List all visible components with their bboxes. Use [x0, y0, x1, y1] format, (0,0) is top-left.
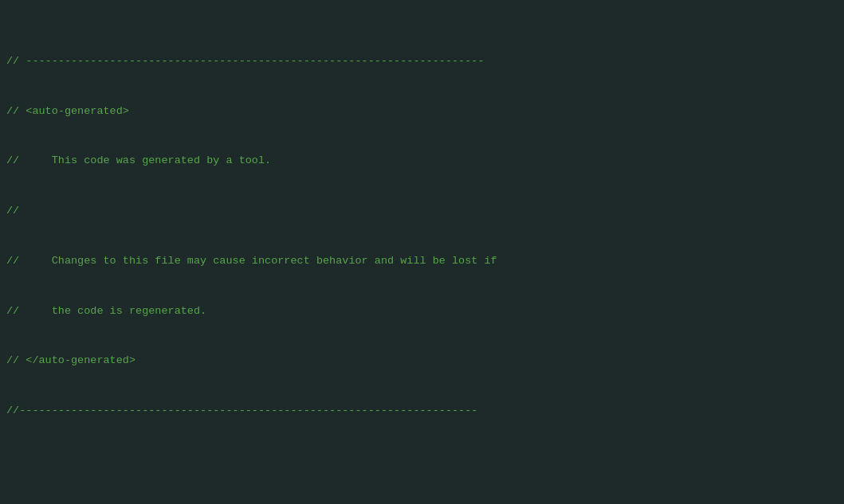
line-9 [0, 453, 844, 470]
line-6: // the code is regenerated. [0, 303, 844, 320]
line-4: // [0, 203, 844, 220]
line-1: // -------------------------------------… [0, 53, 844, 70]
line-3: // This code was generated by a tool. [0, 153, 844, 170]
line-8: //--------------------------------------… [0, 403, 844, 420]
line-2: // <auto-generated> [0, 104, 844, 120]
code-block: // -------------------------------------… [0, 0, 844, 504]
line-7: // </auto-generated> [0, 353, 844, 369]
line-5: // Changes to this file may cause incorr… [0, 253, 844, 270]
